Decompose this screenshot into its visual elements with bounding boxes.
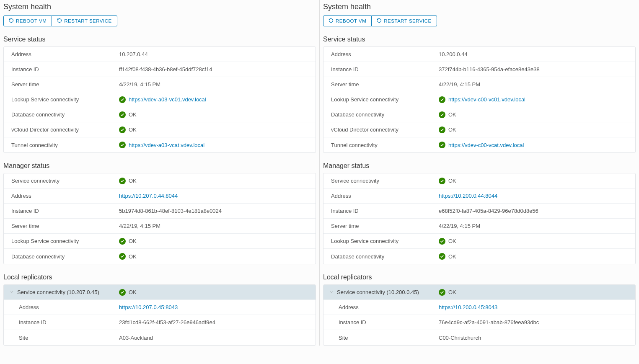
check-circle-icon <box>119 238 126 245</box>
value-server-time: 4/22/19, 4:15 PM <box>119 77 316 91</box>
check-circle-icon <box>439 111 445 118</box>
local-replicators-panel: Service connectivity (10.200.0.45) OK Ad… <box>323 284 636 346</box>
value-server-time: 4/22/19, 4:15 PM <box>439 219 635 233</box>
manager-address-link[interactable]: https://10.200.0.44:8044 <box>439 193 497 199</box>
restart-service-button[interactable]: Restart Service <box>372 15 437 26</box>
label-tunnel: Tunnel connectivity <box>323 138 439 152</box>
value-db: OK <box>448 111 456 118</box>
label-instance-id: Instance ID <box>323 204 439 218</box>
value-instance-id: e68f52f0-fa87-405a-8429-96e78d0d8e56 <box>439 204 635 218</box>
reboot-vm-button[interactable]: Reboot VM <box>3 15 52 26</box>
value-server-time: 4/22/19, 4:15 PM <box>119 219 316 233</box>
check-circle-icon <box>119 289 126 296</box>
check-circle-icon <box>119 96 126 103</box>
value-server-time: 4/22/19, 4:15 PM <box>439 77 635 91</box>
check-circle-icon <box>439 96 445 103</box>
label-instance-id: Instance ID <box>323 315 439 329</box>
label-db: Database connectivity <box>4 108 119 121</box>
manager-status-panel: Service connectivityOK Addresshttps://10… <box>323 173 636 264</box>
value-site: A03-Auckland <box>119 331 316 345</box>
replicator-header: Service connectivity (10.207.0.45) <box>17 289 99 295</box>
reboot-vm-button[interactable]: Reboot VM <box>323 15 372 26</box>
service-status-title: Service status <box>3 36 316 43</box>
check-circle-icon <box>439 238 445 245</box>
manager-address-link[interactable]: https://10.207.0.44:8044 <box>119 193 178 199</box>
value-address: 10.200.0.44 <box>439 47 635 61</box>
chevron-down-icon <box>10 289 14 295</box>
check-circle-icon <box>439 142 445 148</box>
chevron-down-icon <box>329 289 334 295</box>
lookup-link[interactable]: https://vdev-c00-vc01.vdev.local <box>448 96 525 103</box>
label-address: Address <box>4 189 119 203</box>
lookup-link[interactable]: https://vdev-a03-vc01.vdev.local <box>129 96 206 103</box>
label-address: Address <box>4 47 119 61</box>
value-svc-conn: OK <box>448 178 456 184</box>
replicator-address-link[interactable]: https://10.207.0.45:8043 <box>119 304 178 310</box>
value-vcd: OK <box>448 126 456 133</box>
label-server-time: Server time <box>4 219 119 233</box>
tunnel-link[interactable]: https://vdev-c00-vcat.vdev.local <box>448 142 524 148</box>
service-status-panel: Address10.207.0.44 Instance IDff142f08-f… <box>3 46 316 153</box>
label-server-time: Server time <box>4 77 119 91</box>
check-circle-icon <box>439 289 445 296</box>
refresh-icon <box>57 18 62 24</box>
value-address: 10.207.0.44 <box>119 47 316 61</box>
label-tunnel: Tunnel connectivity <box>4 138 119 152</box>
restart-service-button[interactable]: Restart Service <box>52 15 117 26</box>
value-instance-id: 5b1974d8-861b-48ef-8103-4e181a8e0024 <box>119 204 316 218</box>
replicator-header-row[interactable]: Service connectivity (10.207.0.45) OK <box>4 285 316 300</box>
label-address: Address <box>323 47 439 61</box>
tunnel-link[interactable]: https://vdev-a03-vcat.vdev.local <box>129 142 204 148</box>
check-circle-icon <box>119 126 126 133</box>
value-site: C00-Christchurch <box>439 331 635 345</box>
manager-status-panel: Service connectivityOK Addresshttps://10… <box>3 173 316 264</box>
refresh-icon <box>329 18 334 24</box>
label-db: Database connectivity <box>4 250 119 263</box>
label-db: Database connectivity <box>323 108 439 121</box>
label-db: Database connectivity <box>323 250 439 263</box>
refresh-icon <box>9 18 14 24</box>
service-status-panel: Address10.200.0.44 Instance ID372f744b-b… <box>323 46 636 153</box>
value-lookup: OK <box>448 238 456 244</box>
label-vcd: vCloud Director connectivity <box>323 123 439 137</box>
label-site: Site <box>323 331 439 345</box>
manager-status-title: Manager status <box>3 162 316 170</box>
refresh-icon <box>377 18 382 24</box>
value-db: OK <box>448 253 456 260</box>
value-rep-ok: OK <box>129 289 137 295</box>
check-circle-icon <box>439 126 445 133</box>
label-instance-id: Instance ID <box>4 204 119 218</box>
local-replicators-panel: Service connectivity (10.207.0.45) OK Ad… <box>3 284 316 346</box>
value-db: OK <box>129 253 137 260</box>
service-status-title: Service status <box>323 36 636 43</box>
label-svc-conn: Service connectivity <box>4 174 119 188</box>
check-circle-icon <box>119 178 126 184</box>
local-replicators-title: Local replicators <box>323 274 636 281</box>
check-circle-icon <box>439 253 445 260</box>
label-address: Address <box>4 300 119 314</box>
replicator-header-row[interactable]: Service connectivity (10.200.0.45) OK <box>323 285 635 300</box>
value-vcd: OK <box>129 126 137 133</box>
system-health-title: System health <box>323 3 636 11</box>
local-replicators-title: Local replicators <box>3 274 316 281</box>
value-instance-id: 76e4cd9c-af2a-4091-abab-876feea93dbc <box>439 315 635 329</box>
value-svc-conn: OK <box>129 178 137 184</box>
label-lookup: Lookup Service connectivity <box>4 93 119 106</box>
system-health-title: System health <box>3 3 316 11</box>
value-db: OK <box>129 111 137 118</box>
value-instance-id: ff142f08-f438-4b36-b8ef-45ddf728cf14 <box>119 62 316 76</box>
label-lookup: Lookup Service connectivity <box>323 234 439 248</box>
label-address: Address <box>323 189 439 203</box>
replicator-address-link[interactable]: https://10.200.0.45:8043 <box>439 304 497 310</box>
label-site: Site <box>4 331 119 345</box>
label-server-time: Server time <box>323 77 439 91</box>
value-lookup: OK <box>129 238 137 244</box>
left-panel: System health Reboot VM Restart Service … <box>0 0 320 346</box>
value-instance-id: 23fd1cd8-662f-4f53-af27-26e946adf9e4 <box>119 315 316 329</box>
label-lookup: Lookup Service connectivity <box>323 93 439 106</box>
right-panel: System health Reboot VM Restart Service … <box>320 0 639 346</box>
check-circle-icon <box>119 111 126 118</box>
label-instance-id: Instance ID <box>323 62 439 76</box>
label-instance-id: Instance ID <box>4 62 119 76</box>
label-vcd: vCloud Director connectivity <box>4 123 119 137</box>
